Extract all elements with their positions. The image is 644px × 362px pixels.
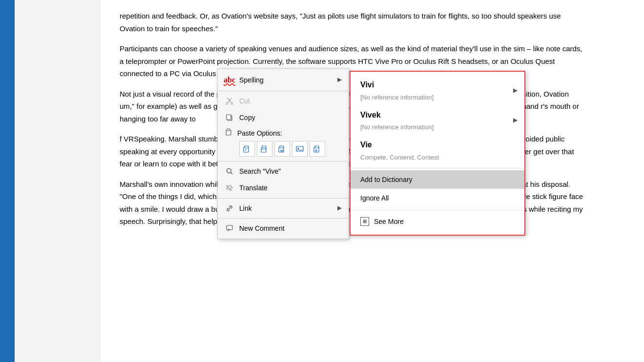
suggestion-vie-word: Vie (360, 139, 505, 151)
svg-rect-5 (227, 115, 231, 120)
search-icon (225, 167, 234, 175)
suggestion-vivi[interactable]: Vivi [No reference information] ▶ (351, 76, 524, 106)
context-menu: abc Spelling ▶ Vivi [No reference inform… (217, 68, 349, 239)
paste-icon-2[interactable] (257, 141, 272, 157)
svg-rect-7 (227, 129, 230, 131)
suggestion-vivek[interactable]: Vivek [No reference information] ▶ (351, 106, 524, 136)
see-more-item[interactable]: ⊞ See More (351, 212, 524, 231)
link-icon (225, 204, 234, 212)
svg-text:A: A (315, 149, 317, 152)
svg-point-23 (227, 168, 231, 173)
see-more-icon: ⊞ (360, 217, 369, 226)
suggestion-vie-sub: Compete, Contend, Contest (360, 154, 439, 161)
svg-rect-9 (245, 146, 249, 148)
suggestion-vivi-sub: [No reference information] (360, 94, 434, 101)
suggestion-vie[interactable]: Vie Compete, Contend, Contest (351, 136, 524, 166)
paste-options-icons: A (218, 139, 349, 160)
divider-3 (218, 198, 349, 199)
nav-sidebar (15, 0, 100, 362)
paste-icon-5[interactable]: A (310, 141, 325, 157)
svg-point-2 (226, 102, 228, 104)
cut-label: Cut (239, 96, 250, 106)
copy-icon (225, 114, 234, 121)
add-to-dict-label: Add to Dictionary (360, 174, 413, 185)
suggestion-vivek-sub: [No reference information] (360, 123, 434, 131)
ignore-all-label: Ignore All (360, 193, 389, 203)
main-area: repetition and feedback. Or, as Ovation'… (15, 0, 644, 362)
spell-divider-1 (351, 168, 524, 168)
spelling-icon: abc (225, 74, 234, 86)
comment-icon (225, 224, 234, 232)
spell-divider-2 (351, 210, 524, 210)
paste-icon-3[interactable] (274, 141, 290, 157)
translate-icon: 文 A (225, 184, 234, 192)
link-menu-item[interactable]: Link ▶ (218, 200, 349, 217)
divider-2 (218, 161, 349, 161)
ignore-all-item[interactable]: Ignore All (351, 189, 524, 207)
link-label: Link (239, 203, 252, 214)
divider-1 (218, 91, 349, 91)
left-sidebar (0, 0, 15, 362)
spelling-menu-item[interactable]: abc Spelling ▶ Vivi [No reference inform… (218, 71, 349, 89)
svg-line-24 (231, 172, 233, 174)
translate-label: Translate (239, 182, 268, 193)
content-area: repetition and feedback. Or, as Ovation'… (100, 0, 644, 362)
spelling-label: Spelling (239, 75, 264, 85)
paste-icon-main (225, 128, 232, 139)
svg-text:A: A (229, 187, 232, 192)
new-comment-label: New Comment (239, 223, 285, 234)
paste-options-header: Paste Options: (218, 126, 349, 139)
svg-rect-21 (315, 146, 319, 148)
search-label: Search "Vive" (239, 166, 281, 177)
add-to-dictionary-item[interactable]: Add to Dictionary (351, 170, 524, 189)
search-menu-item[interactable]: Search "Vive" (218, 163, 349, 180)
spelling-submenu: Vivi [No reference information] ▶ Vivek … (350, 71, 525, 236)
spelling-arrow-icon: ▶ (337, 75, 342, 84)
svg-point-19 (298, 147, 299, 149)
copy-menu-item[interactable]: Copy (218, 109, 349, 126)
translate-menu-item[interactable]: 文 A Translate (218, 180, 349, 196)
paste-options-label: Paste Options: (237, 128, 282, 139)
svg-rect-15 (280, 146, 284, 148)
paste-icon-1[interactable]: A (239, 141, 255, 157)
cut-menu-item[interactable]: Cut (218, 93, 349, 109)
svg-rect-12 (262, 146, 266, 148)
divider-4 (218, 218, 349, 219)
svg-point-3 (231, 102, 233, 104)
suggestion-vivek-word: Vivek (360, 109, 505, 121)
svg-text:A: A (245, 148, 247, 151)
suggestion-vivek-arrow: ▶ (513, 116, 518, 125)
cut-icon (225, 97, 234, 105)
suggestion-vivi-word: Vivi (360, 79, 505, 91)
paragraph-1: repetition and feedback. Or, as Ovation'… (120, 10, 583, 35)
see-more-label: See More (374, 216, 404, 227)
copy-label: Copy (239, 112, 255, 123)
new-comment-menu-item[interactable]: New Comment (218, 220, 349, 237)
link-arrow-icon: ▶ (337, 203, 342, 213)
suggestion-vivi-arrow: ▶ (513, 86, 518, 95)
paste-icon-4[interactable] (292, 141, 308, 157)
